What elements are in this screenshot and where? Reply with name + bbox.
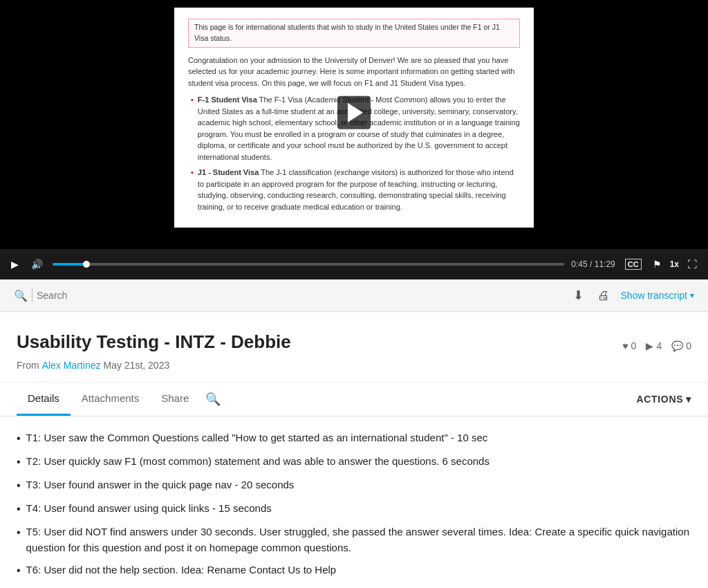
list-item: T4: User found answer using quick links … xyxy=(17,501,691,517)
play-triangle-icon xyxy=(348,103,363,122)
stats-group: ♥ 0 ▶ 4 💬 0 xyxy=(622,340,691,351)
cc-button[interactable]: CC xyxy=(622,256,644,273)
title-section: Usability Testing - INTZ - Debbie ♥ 0 ▶ … xyxy=(0,312,708,383)
details-list: T1: User saw the Common Questions called… xyxy=(17,430,691,588)
actions-button[interactable]: ACTIONS ▾ xyxy=(636,394,691,405)
video-controls-bar: ▶ 🔊 0:45 / 11:29 CC ⚑ 1x ⛶ xyxy=(0,249,708,279)
progress-bar[interactable] xyxy=(53,263,564,266)
play-icon: ▶ xyxy=(646,340,653,351)
search-toolbar: 🔍 ⬇ 🖨 Show transcript ▾ xyxy=(0,279,708,312)
comments-stat: 💬 0 xyxy=(671,340,691,351)
fullscreen-button[interactable]: ⛶ xyxy=(684,256,700,273)
play-pause-button[interactable]: ▶ xyxy=(8,256,21,273)
playback-speed[interactable]: 1x xyxy=(670,259,679,269)
search-divider xyxy=(32,288,32,302)
search-input[interactable] xyxy=(37,290,244,301)
video-content-overlay: This page is for international students … xyxy=(174,8,534,228)
play-button-overlay[interactable] xyxy=(337,96,371,129)
heart-icon: ♥ xyxy=(622,340,628,351)
likes-stat: ♥ 0 xyxy=(622,340,636,351)
progress-scrubber[interactable] xyxy=(83,261,90,268)
intro-text: Congratulation on your admission to the … xyxy=(188,55,520,89)
search-icon: 🔍 xyxy=(205,392,221,406)
chevron-down-icon: ▾ xyxy=(690,291,694,300)
tab-attachments[interactable]: Attachments xyxy=(71,383,150,416)
tab-share[interactable]: Share xyxy=(150,383,200,416)
highlight-box: This page is for international students … xyxy=(188,19,520,48)
list-item: T3: User found answer in the quick page … xyxy=(17,477,691,494)
tabs-section: Details Attachments Share 🔍 ACTIONS ▾ xyxy=(0,383,708,416)
right-controls: CC ⚑ 1x ⛶ xyxy=(622,256,700,273)
volume-button[interactable]: 🔊 xyxy=(28,256,46,273)
search-area: 🔍 xyxy=(14,288,562,302)
download-button[interactable]: ⬇ xyxy=(570,285,586,306)
plays-stat: ▶ 4 xyxy=(646,340,662,351)
comment-icon: 💬 xyxy=(671,340,683,351)
list-item: T6: User did not the help section. Idea:… xyxy=(17,562,691,579)
bullet2: J1 - Student Visa The J-1 classification… xyxy=(191,167,520,212)
time-display: 0:45 / 11:29 xyxy=(571,259,615,269)
title-row: Usability Testing - INTZ - Debbie ♥ 0 ▶ … xyxy=(17,331,691,360)
details-content: T1: User saw the Common Questions called… xyxy=(0,416,708,588)
video-title: Usability Testing - INTZ - Debbie xyxy=(17,331,291,353)
meta-info: From Alex Martinez May 21st, 2023 xyxy=(17,360,691,371)
list-item: T5: User did NOT find answers under 30 s… xyxy=(17,524,691,555)
video-player[interactable]: This page is for international students … xyxy=(0,0,708,249)
progress-fill xyxy=(53,263,86,266)
tab-details[interactable]: Details xyxy=(17,383,71,416)
search-icon: 🔍 xyxy=(14,289,28,302)
chevron-down-icon: ▾ xyxy=(686,394,691,405)
print-button[interactable]: 🖨 xyxy=(595,286,613,306)
tab-search-button[interactable]: 🔍 xyxy=(200,386,226,412)
list-item: T1: User saw the Common Questions called… xyxy=(17,430,691,447)
flag-button[interactable]: ⚑ xyxy=(650,256,664,273)
author-link[interactable]: Alex Martinez xyxy=(42,360,101,371)
list-item: T2: User quickly saw F1 (most common) st… xyxy=(17,454,691,470)
show-transcript-button[interactable]: Show transcript ▾ xyxy=(621,290,694,301)
